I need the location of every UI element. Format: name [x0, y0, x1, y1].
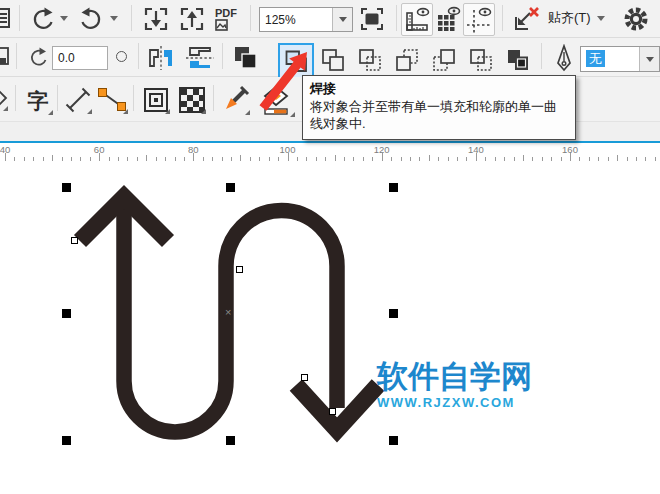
tooltip-body: 将对象合并至带有单一填充和轮廓的单一曲线对象中.: [310, 99, 568, 133]
selection-handle[interactable]: [389, 309, 398, 318]
ruler-tick: [335, 155, 336, 161]
zoom-level-caret[interactable]: [332, 8, 352, 31]
undo-dropdown-caret[interactable]: [60, 16, 68, 21]
options-gear-icon[interactable]: [620, 3, 652, 35]
outline-width-value: 无: [586, 50, 605, 67]
separator: [213, 85, 214, 111]
text-tool-icon[interactable]: 字: [22, 84, 54, 116]
mirror-horizontal-icon[interactable]: [145, 44, 177, 71]
show-rulers-icon[interactable]: [401, 3, 433, 36]
ruler-tick: [504, 157, 505, 161]
separator: [131, 5, 132, 31]
trim-icon[interactable]: [318, 46, 348, 74]
ruler-tick: [429, 155, 430, 161]
ruler-tick: [561, 157, 562, 161]
separator: [541, 43, 542, 69]
mirror-vertical-icon[interactable]: [184, 44, 216, 71]
ruler-tick: [514, 157, 515, 161]
pattern-fill-icon[interactable]: [177, 85, 207, 115]
ruler-tick: [137, 157, 138, 161]
ruler-tick: [297, 157, 298, 161]
intersect-icon[interactable]: [355, 46, 385, 74]
ruler-tick: [344, 157, 345, 161]
redo-dropdown-caret[interactable]: [110, 16, 118, 21]
outline-width-combo[interactable]: 无: [580, 46, 660, 72]
selection-handle[interactable]: [62, 309, 71, 318]
combine-icon[interactable]: [230, 44, 262, 72]
ruler-tick: [127, 157, 128, 161]
ruler-tick: [203, 157, 204, 161]
curve-node[interactable]: [329, 408, 336, 415]
zoom-level-combo[interactable]: 125%: [259, 7, 353, 32]
selection-handle[interactable]: [226, 183, 235, 192]
ruler-tick: [306, 157, 307, 161]
full-screen-preview-icon[interactable]: [357, 4, 387, 34]
rotation-angle-input[interactable]: 0.0: [52, 46, 108, 70]
separator: [396, 5, 397, 31]
simplify-icon[interactable]: [392, 46, 422, 74]
publish-pdf-icon[interactable]: PDF: [213, 3, 245, 35]
ruler-tick: [608, 157, 609, 161]
pdf-label: PDF: [215, 8, 237, 19]
ruler-tick: [62, 157, 63, 161]
clipped-tool-icon[interactable]: [0, 86, 9, 112]
horizontal-ruler[interactable]: 406080100120140160: [0, 143, 660, 162]
ruler-tick: [363, 157, 364, 161]
selection-handle[interactable]: [389, 436, 398, 445]
interactive-fill-icon[interactable]: [256, 84, 296, 118]
ruler-tick: [222, 157, 223, 161]
curve-node[interactable]: [301, 374, 308, 381]
ruler-tick: [466, 157, 467, 161]
curve-node[interactable]: [236, 266, 243, 273]
ruler-tick: [193, 153, 194, 161]
ruler-tick: [175, 157, 176, 161]
weld-button[interactable]: [278, 43, 314, 79]
eyedropper-tool-icon[interactable]: [219, 84, 251, 116]
ruler-tick: [259, 157, 260, 161]
selection-handle[interactable]: [226, 436, 235, 445]
dimension-tool-icon[interactable]: [63, 85, 93, 115]
back-minus-front-icon[interactable]: [466, 46, 496, 74]
ruler-tick: [579, 157, 580, 161]
selection-handle[interactable]: [389, 183, 398, 192]
ruler-tick: [457, 157, 458, 161]
ruler-tick: [495, 157, 496, 161]
ruler-tick: [382, 153, 383, 161]
ruler-tick: [419, 157, 420, 161]
outline-width-caret[interactable]: [639, 47, 659, 71]
object-center-marker[interactable]: ×: [225, 306, 231, 318]
snap-to-label[interactable]: 贴齐(T): [548, 10, 591, 26]
clipped-left-icon[interactable]: [0, 7, 11, 29]
selection-handle[interactable]: [62, 183, 71, 192]
clipped-lock-icon[interactable]: [0, 46, 10, 68]
selection-handle[interactable]: [62, 436, 71, 445]
ruler-tick: [391, 157, 392, 161]
show-guidelines-icon[interactable]: [463, 3, 495, 36]
contour-tool-icon[interactable]: [141, 85, 171, 115]
ruler-tick: [410, 157, 411, 161]
snap-to-caret[interactable]: [597, 16, 605, 21]
connector-tool-icon[interactable]: [95, 85, 129, 115]
export-icon[interactable]: [177, 4, 207, 34]
create-boundary-icon[interactable]: [503, 46, 533, 74]
outline-pen-icon[interactable]: [552, 43, 576, 73]
import-icon[interactable]: [141, 4, 171, 34]
ruler-tick: [476, 153, 477, 161]
ruler-tick: [33, 157, 34, 161]
watermark-url: WWW.RJZXW.COM: [377, 395, 532, 410]
s-curve-double-arrow-shape[interactable]: [0, 162, 660, 494]
separator: [57, 85, 58, 111]
ruler-tick: [250, 157, 251, 161]
app-window: PDF 125% 贴齐(T): [0, 0, 660, 494]
ruler-tick: [269, 157, 270, 161]
snap-off-icon[interactable]: [510, 4, 542, 34]
ruler-tick: [184, 157, 185, 161]
curve-node[interactable]: [71, 237, 78, 244]
front-minus-back-icon[interactable]: [429, 46, 459, 74]
show-grid-icon[interactable]: [433, 3, 463, 34]
ruler-tick: [5, 153, 6, 161]
redo-icon[interactable]: [78, 5, 106, 33]
undo-icon[interactable]: [28, 5, 56, 33]
ruler-tick: [288, 153, 289, 161]
drawing-canvas[interactable]: [0, 162, 660, 494]
